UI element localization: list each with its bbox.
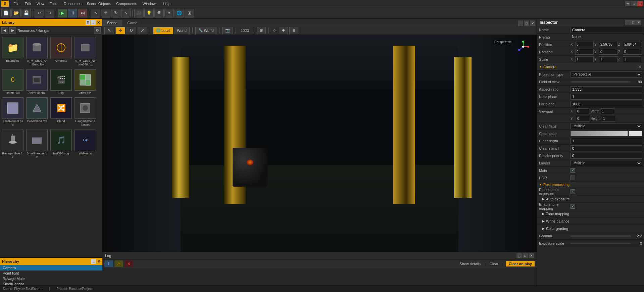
insp-main-checkbox[interactable]: ✓ (571, 168, 575, 173)
frame-tool[interactable]: ⊞ (257, 27, 266, 34)
pos-y-input[interactable] (599, 42, 617, 47)
stop-button[interactable]: ⏭ (78, 9, 87, 17)
menu-scene-objects[interactable]: Scene Objects (84, 1, 114, 6)
rot-z-input[interactable] (623, 49, 641, 55)
log-maximize-button[interactable]: □ (523, 253, 528, 258)
rotate-scene-tool[interactable]: ↻ (127, 27, 136, 34)
vp-y-input[interactable] (576, 116, 589, 121)
insp-clearstencil-input[interactable] (571, 145, 642, 151)
color-swatch[interactable] (629, 131, 642, 136)
scene-minimize-button[interactable]: _ (518, 20, 523, 26)
hierarchy-item-camera[interactable]: Camera (0, 265, 102, 271)
insp-layers-select[interactable]: Multiple (571, 160, 642, 166)
redo-button[interactable]: ↪ (45, 9, 54, 17)
insp-colorgrading-label[interactable]: Color grading (546, 227, 568, 231)
list-item[interactable]: 📁 Examples (1, 36, 24, 67)
list-item[interactable]: 0 Rotate360 (1, 68, 24, 96)
list-item[interactable]: AtlasNormal.psd (1, 97, 24, 128)
local-button[interactable]: 🌐 Local (153, 27, 173, 34)
list-item[interactable]: ArmBend (50, 36, 72, 67)
scene-close-button[interactable]: ✕ (530, 20, 535, 26)
light-button[interactable]: 💡 (144, 9, 154, 17)
list-item[interactable]: Atlas.psd (74, 68, 97, 96)
globe-button[interactable]: 🌐 (175, 9, 184, 17)
insp-whitebalance-label[interactable]: White balance (546, 219, 569, 223)
insp-projection-select[interactable]: Perspective (571, 71, 642, 78)
log-warn-filter[interactable]: ⚠ (114, 260, 123, 267)
log-close-button[interactable]: ✕ (529, 253, 534, 258)
insp-tonemapping-sub-label[interactable]: Tone mapping (546, 212, 569, 216)
library-minimize-button[interactable]: _ (91, 20, 96, 25)
menu-windows[interactable]: Windows (140, 1, 160, 6)
play-button[interactable]: ▶ (58, 9, 67, 17)
list-item[interactable]: A_M_Cube_Rotate360.fbx (74, 36, 97, 67)
library-close-button[interactable]: ✕ (97, 20, 100, 25)
insp-near-input[interactable] (571, 94, 642, 100)
rotate-tool[interactable]: ↻ (111, 9, 120, 17)
minimize-button[interactable]: ─ (625, 1, 631, 6)
scale-z-input[interactable] (623, 56, 641, 62)
hierarchy-item-pointlight[interactable]: Point light (0, 271, 102, 276)
scale-scene-tool[interactable]: ⤢ (138, 27, 147, 34)
scale-tool[interactable]: ⤡ (121, 9, 131, 17)
select-tool[interactable]: ↖ (91, 9, 100, 17)
viewport[interactable]: Perspective (102, 35, 537, 252)
vp-width-input[interactable] (601, 108, 614, 114)
log-minimize-button[interactable]: _ (516, 253, 522, 258)
clear-button[interactable]: Clear (488, 261, 500, 266)
new-button[interactable]: 📄 (1, 9, 11, 17)
gamma-slider[interactable] (571, 235, 631, 237)
library-options-button[interactable]: ⚙ (94, 27, 101, 34)
insp-autoexposure-checkbox[interactable]: ✓ (571, 189, 575, 194)
undo-button[interactable]: ↩ (35, 9, 44, 17)
tab-scene[interactable]: Scene (102, 20, 122, 26)
insp-close-button[interactable]: ✕ (636, 20, 641, 25)
vp-height-input[interactable] (602, 116, 615, 121)
tab-game[interactable]: Game (122, 20, 142, 26)
pos-x-input[interactable] (575, 42, 594, 47)
list-item[interactable]: 🔀 Blend (50, 97, 72, 128)
fov-slider[interactable] (571, 81, 631, 83)
frame-nav-button[interactable]: ⊕ (279, 27, 288, 34)
menu-file[interactable]: File (11, 1, 22, 6)
insp-name-input[interactable] (571, 27, 642, 33)
nav-forward-button[interactable]: ▶ (9, 27, 16, 34)
snap-button[interactable]: 🔧 World (195, 27, 217, 34)
list-item[interactable]: HangarMaterial.asset (74, 97, 97, 128)
insp-clearflags-select[interactable]: Multiple (571, 123, 642, 129)
insp-hdr-checkbox[interactable] (571, 176, 575, 180)
camera-scene-button[interactable]: 📷 (222, 27, 233, 34)
menu-edit[interactable]: Edit (22, 1, 34, 6)
hier-close-button[interactable]: ✕ (97, 259, 100, 264)
pause-button[interactable]: ⏸ (68, 9, 77, 17)
log-info-filter[interactable]: ℹ (104, 260, 113, 267)
vp-x-input[interactable] (576, 108, 589, 114)
insp-renderpriority-input[interactable] (571, 153, 642, 159)
list-item[interactable]: CubeBlend.fbx (26, 97, 48, 128)
menu-resources[interactable]: Resources (61, 1, 84, 6)
menu-tools[interactable]: Tools (47, 1, 61, 6)
list-item[interactable]: 🎵 test320.ogg (50, 129, 72, 160)
scene-maximize-button[interactable]: □ (524, 20, 529, 26)
list-item[interactable]: 🎬 Clip (50, 68, 72, 96)
save-button[interactable]: 💾 (21, 9, 31, 17)
log-error-filter[interactable]: ✕ (125, 260, 133, 267)
frame-end-button[interactable]: ⊞ (289, 27, 298, 34)
nav-back-button[interactable]: ◀ (1, 27, 8, 34)
scale-x-input[interactable] (575, 56, 594, 62)
camera-remove-icon[interactable]: ✕ (638, 64, 642, 69)
close-button[interactable]: ✕ (637, 1, 643, 6)
insp-aspect-input[interactable] (571, 86, 642, 92)
library-settings-button[interactable]: ⚙ (86, 20, 90, 25)
rot-x-input[interactable] (575, 49, 594, 55)
sun-button[interactable]: ☀ (164, 9, 174, 17)
breadcrumb-hangar[interactable]: Hangar (38, 29, 50, 33)
camera-section[interactable]: ▼ Camera ✕ (537, 63, 644, 71)
eye-button[interactable]: 👁 (154, 9, 164, 17)
rot-y-input[interactable] (599, 49, 617, 55)
grid-button[interactable]: ⊞ (185, 9, 194, 17)
open-button[interactable]: 📂 (11, 9, 21, 17)
insp-cleardepth-input[interactable] (571, 138, 642, 144)
insp-minimize-button[interactable]: _ (625, 20, 631, 25)
select-scene-tool[interactable]: ↖ (104, 27, 114, 34)
